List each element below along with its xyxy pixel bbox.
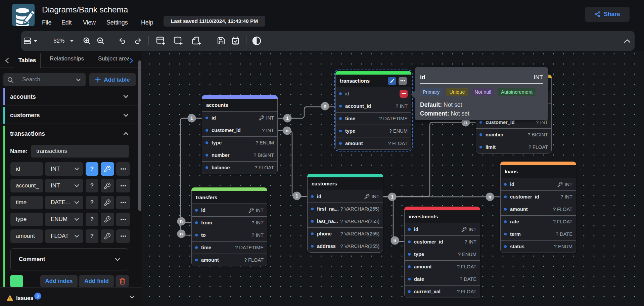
svg-text:n: n: [489, 194, 492, 200]
svg-text:n: n: [324, 103, 327, 109]
svg-text:1: 1: [286, 116, 289, 121]
svg-text:n: n: [286, 128, 289, 133]
svg-text:1: 1: [391, 194, 394, 200]
svg-text:1: 1: [295, 193, 298, 199]
svg-text:n: n: [180, 231, 183, 236]
svg-text:n: n: [180, 219, 183, 224]
svg-text:n: n: [394, 238, 397, 243]
svg-text:n: n: [464, 120, 467, 125]
svg-text:1: 1: [190, 116, 193, 121]
